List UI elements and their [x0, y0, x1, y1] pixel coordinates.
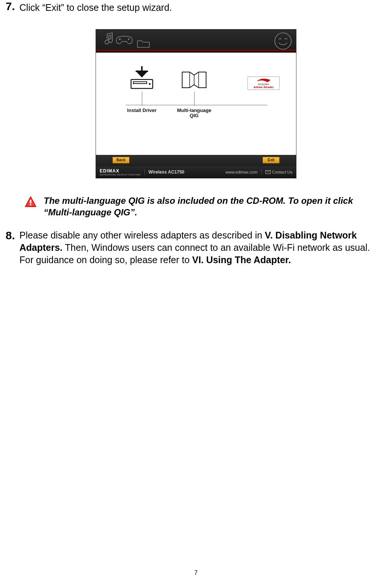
svg-point-0: [128, 38, 130, 40]
footer-sep: [261, 169, 262, 175]
adobe-column: [220, 65, 276, 119]
wizard-window: Install Driver Multi-language: [96, 29, 296, 178]
step-8-number: 8.: [6, 229, 15, 241]
install-driver-icon: [129, 65, 155, 91]
envelope-icon: [265, 170, 271, 174]
step-7-text: Click “Exit” to close the setup wizard.: [19, 0, 172, 14]
connector-line: [142, 91, 142, 106]
install-driver-option[interactable]: Install Driver: [116, 65, 168, 119]
document-page: 7. Click “Exit” to close the setup wizar…: [0, 0, 392, 586]
smile-icon: [273, 31, 293, 51]
step-8-bold2: VI. Using The Adapter.: [192, 255, 291, 265]
install-driver-label: Install Driver: [127, 108, 157, 113]
qig-label-line2: QIG: [190, 113, 199, 118]
step-8: 8. Please disable any other wireless ada…: [6, 229, 386, 266]
wizard-body: Install Driver Multi-language: [96, 53, 296, 155]
step-8-pre: Please disable any other wireless adapte…: [19, 230, 265, 240]
svg-rect-9: [30, 200, 31, 203]
svg-point-1: [275, 33, 291, 49]
adobe-swoosh-icon: [256, 78, 271, 83]
connector-line: [194, 91, 195, 106]
step-7: 7. Click “Exit” to close the setup wizar…: [6, 0, 386, 14]
exit-button[interactable]: Exit: [262, 157, 280, 163]
wizard-footer: EDIMAX NETWORKING PEOPLE TOGETHER Wirele…: [96, 166, 296, 178]
svg-point-5: [149, 83, 151, 85]
page-number: 7: [0, 570, 392, 576]
back-button[interactable]: Back: [112, 157, 130, 163]
warning-icon: [24, 196, 37, 208]
brand-logo: EDIMAX: [100, 168, 141, 174]
adobe-reader: Reader: [264, 85, 274, 89]
product-name: Wireless AC1750: [149, 169, 184, 175]
folder-icon: [136, 38, 150, 50]
gamepad-icon: [115, 32, 133, 45]
qig-label-line1: Multi-language: [177, 107, 211, 113]
wizard-top-banner: [96, 29, 296, 53]
brand-block: EDIMAX NETWORKING PEOPLE TOGETHER: [100, 168, 141, 176]
wizard-items-row: Install Driver Multi-language: [96, 65, 296, 119]
adobe-reader-badge[interactable]: includes Adobe Reader: [248, 77, 280, 90]
music-icon: [101, 32, 116, 47]
brand-tagline: NETWORKING PEOPLE TOGETHER: [100, 174, 141, 176]
contact-us-link[interactable]: Contact Us: [265, 170, 292, 174]
step-8-text: Please disable any other wireless adapte…: [19, 229, 386, 266]
wizard-button-row: Back Exit: [96, 155, 296, 166]
svg-marker-2: [137, 71, 147, 77]
wizard-screenshot: Install Driver Multi-language: [6, 29, 386, 178]
warning-note: The multi-language QIG is also included …: [24, 195, 386, 218]
footer-right: www.edimax.com Contact Us: [225, 169, 292, 175]
step-7-number: 7.: [6, 0, 15, 12]
contact-us-label: Contact Us: [272, 170, 292, 174]
multilang-qig-option[interactable]: Multi-language QIG: [168, 65, 220, 119]
wizard-bottom: Back Exit EDIMAX NETWORKING PEOPLE TOGET…: [96, 155, 296, 178]
qig-icon: [180, 65, 208, 91]
qig-label: Multi-language QIG: [177, 108, 211, 119]
horizontal-rule: [125, 105, 267, 105]
footer-divider: [144, 169, 145, 175]
footer-url[interactable]: www.edimax.com: [225, 170, 258, 174]
adobe-brand: Adobe: [253, 85, 263, 89]
warning-text: The multi-language QIG is also included …: [44, 195, 368, 218]
adobe-text: includes Adobe Reader: [253, 83, 274, 89]
svg-point-10: [30, 204, 31, 205]
